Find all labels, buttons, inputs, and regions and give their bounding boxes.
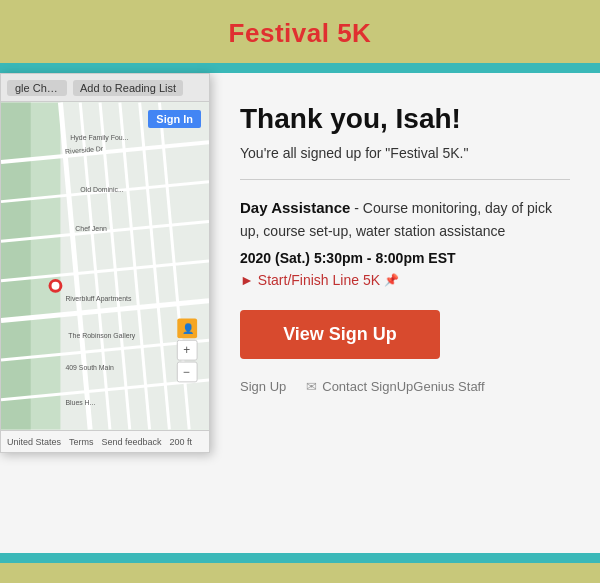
svg-point-25 [52, 282, 60, 290]
map-scale: 200 ft [170, 437, 193, 447]
map-terms[interactable]: Terms [69, 437, 94, 447]
thank-you-heading: Thank you, Isah! [240, 103, 570, 135]
svg-text:👤: 👤 [182, 322, 195, 335]
page-title: Festival 5K [0, 18, 600, 49]
svg-text:409 South Main: 409 South Main [65, 364, 114, 371]
browser-tab[interactable]: gle Chrome [7, 80, 67, 96]
svg-text:Old Dominic...: Old Dominic... [80, 186, 124, 193]
map-svg: Riverside Dr Hyde Family Fou... Old Domi… [1, 102, 209, 430]
contact-link[interactable]: ✉ Contact SignUpGenius Staff [306, 379, 484, 394]
content-area: gle Chrome Add to Reading List Sign In [0, 73, 600, 563]
bottom-links: Sign Up ✉ Contact SignUpGenius Staff [240, 379, 570, 394]
map-container: Sign In [1, 102, 209, 430]
map-bottom-bar: United States Terms Send feedback 200 ft [1, 430, 209, 452]
location-link[interactable]: ► Start/Finish Line 5K 📌 [240, 272, 570, 288]
email-icon: ✉ [306, 379, 317, 394]
top-teal-divider [0, 63, 600, 73]
sign-up-link[interactable]: Sign Up [240, 379, 286, 394]
event-date: 2020 (Sat.) 5:30pm - 8:00pm EST [240, 250, 570, 266]
main-content: Thank you, Isah! You're all signed up fo… [210, 73, 600, 414]
browser-overlay: gle Chrome Add to Reading List Sign In [0, 73, 210, 453]
svg-text:+: + [183, 343, 190, 357]
svg-text:Chef Jenn: Chef Jenn [75, 225, 107, 232]
reading-list-button[interactable]: Add to Reading List [73, 80, 183, 96]
svg-text:−: − [183, 365, 190, 379]
svg-text:Hyde Family Fou...: Hyde Family Fou... [70, 134, 128, 142]
page-header: Festival 5K [0, 0, 600, 63]
contact-staff-link[interactable]: Contact SignUpGenius Staff [322, 379, 484, 394]
arrow-icon: ► [240, 272, 254, 288]
map-feedback[interactable]: Send feedback [102, 437, 162, 447]
location-text: Start/Finish Line 5K [258, 272, 380, 288]
signed-up-text: You're all signed up for "Festival 5K." [240, 145, 570, 161]
bottom-teal-divider [0, 553, 600, 563]
sign-in-button[interactable]: Sign In [148, 110, 201, 128]
pin-icon: 📌 [384, 273, 399, 287]
content-divider [240, 179, 570, 180]
event-role-info: Day Assistance - Course monitoring, day … [240, 196, 570, 242]
view-signup-button[interactable]: View Sign Up [240, 310, 440, 359]
svg-text:The Robinson Gallery: The Robinson Gallery [68, 332, 135, 340]
svg-rect-2 [1, 103, 31, 430]
svg-text:Blues H...: Blues H... [65, 399, 95, 406]
map-credit-us: United States [7, 437, 61, 447]
svg-text:Riverbluff Apartments: Riverbluff Apartments [65, 295, 132, 303]
event-role-title: Day Assistance [240, 199, 350, 216]
browser-toolbar: gle Chrome Add to Reading List [1, 74, 209, 102]
